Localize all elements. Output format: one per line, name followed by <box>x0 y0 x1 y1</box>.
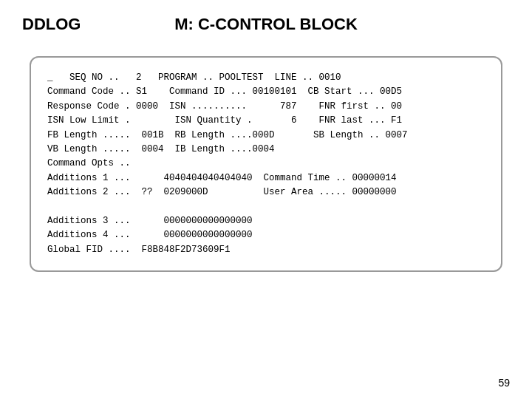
page-header: DDLOG M: C-CONTROL BLOCK <box>22 15 510 34</box>
page-number: 59 <box>498 377 510 389</box>
code-content: _ SEQ NO .. 2 PROGRAM .. POOLTEST LINE .… <box>47 71 485 257</box>
content-box: _ SEQ NO .. 2 PROGRAM .. POOLTEST LINE .… <box>30 56 502 272</box>
page-container: DDLOG M: C-CONTROL BLOCK _ SEQ NO .. 2 P… <box>0 0 532 399</box>
app-title: DDLOG <box>22 15 81 34</box>
page-title: M: C-CONTROL BLOCK <box>174 15 358 34</box>
